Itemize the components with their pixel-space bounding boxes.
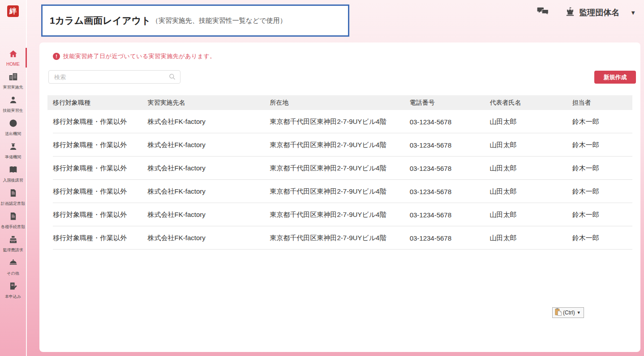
cell-representative: 山田太郎 — [485, 187, 567, 196]
table-row[interactable]: 移行対象職種・作業以外 株式会社FK-factory 東京都千代田区東神田2-7… — [47, 157, 632, 180]
column-header[interactable]: 実習実施先名 — [142, 99, 265, 107]
cell-phone: 03-1234-5678 — [404, 188, 485, 195]
cell-staff: 鈴木一郎 — [567, 164, 632, 173]
table-header-row: 移行対象職種 実習実施先名 所在地 電話番号 代表者氏名 担当者 — [47, 95, 632, 110]
table-row[interactable]: 移行対象職種・作業以外 株式会社FK-factory 東京都千代田区東神田2-7… — [47, 180, 632, 203]
sidebar-item-label: 各種手続書類 — [1, 224, 25, 230]
paste-ctrl-label: (Ctrl) — [563, 309, 575, 316]
sidebar-item-sonota[interactable]: その他 — [0, 256, 26, 278]
cell-representative: 山田太郎 — [485, 211, 567, 219]
sidebar-item-nyuukokugo-koushuu[interactable]: 入国後講習 — [0, 163, 26, 185]
cell-representative: 山田太郎 — [485, 234, 567, 242]
sidebar: 絆 HOME 実習実施先 技能実習生 — [0, 0, 27, 356]
cell-address: 東京都千代田区東神田2-7-9UYビル4階 — [265, 187, 404, 196]
sidebar-item-home[interactable]: HOME — [0, 47, 26, 69]
caret-down-icon: ▼ — [577, 310, 581, 315]
column-header[interactable]: 代表者氏名 — [485, 99, 567, 107]
cell-representative: 山田太郎 — [485, 164, 567, 173]
cell-address: 東京都千代田区東神田2-7-9UYビル4階 — [265, 118, 404, 126]
sidebar-item-label: 入国後講習 — [3, 178, 23, 183]
sidebar-item-soushutsu-kikan[interactable]: 送出機関 — [0, 116, 26, 139]
create-new-button[interactable]: 新規作成 — [594, 71, 636, 84]
sidebar-item-label: その他 — [7, 271, 19, 276]
cell-company: 株式会社FK-factory — [142, 164, 265, 173]
cell-company: 株式会社FK-factory — [142, 234, 265, 242]
sidebar-item-honmoushikomi[interactable]: 本申込み — [0, 279, 26, 301]
cell-phone: 03-1234-5678 — [404, 118, 485, 126]
paste-options-button[interactable]: (Ctrl) ▼ — [552, 307, 584, 318]
sidebar-item-label: 準備機関 — [5, 154, 21, 160]
cell-staff: 鈴木一郎 — [567, 187, 632, 196]
cell-company: 株式会社FK-factory — [142, 118, 265, 126]
cell-address: 東京都千代田区東神田2-7-9UYビル4階 — [265, 211, 404, 219]
column-header[interactable]: 所在地 — [265, 99, 404, 107]
sidebar-nav: HOME 実習実施先 技能実習生 送出機関 — [0, 47, 26, 302]
cell-staff: 鈴木一郎 — [567, 118, 632, 126]
sidebar-item-label: 本申込み — [5, 294, 21, 300]
sidebar-item-label: 監理費請求 — [3, 247, 23, 253]
cell-address: 東京都千代田区東神田2-7-9UYビル4階 — [265, 141, 404, 149]
clipboard-paste-icon — [554, 308, 562, 318]
document-icon — [9, 188, 18, 199]
sidebar-item-ginou-jisshusei[interactable]: 技能実習生 — [0, 93, 26, 115]
jisshisaki-table: 移行対象職種 実習実施先名 所在地 電話番号 代表者氏名 担当者 移行対象職種・… — [47, 95, 632, 250]
cell-representative: 山田太郎 — [485, 118, 567, 126]
search-icon[interactable] — [168, 72, 176, 83]
sidebar-item-kanrihi-seikyuu[interactable]: 監理費請求 — [0, 233, 26, 255]
cell-company: 株式会社FK-factory — [142, 187, 265, 196]
chat-bubbles-icon[interactable] — [536, 6, 550, 19]
cash-register-icon — [9, 235, 18, 246]
sidebar-item-label: 計画認定書類 — [1, 201, 25, 207]
cell-shokushu: 移行対象職種・作業以外 — [47, 118, 142, 126]
cell-address: 東京都千代田区東神田2-7-9UYビル4階 — [265, 234, 404, 242]
cell-shokushu: 移行対象職種・作業以外 — [47, 187, 142, 196]
cell-phone: 03-1234-5678 — [404, 141, 485, 149]
page-subtitle: （実習実施先、技能実習性一覧などで使用） — [152, 17, 287, 25]
table-row[interactable]: 移行対象職種・作業以外 株式会社FK-factory 東京都千代田区東神田2-7… — [47, 110, 632, 133]
cell-staff: 鈴木一郎 — [567, 234, 632, 242]
globe-icon — [9, 119, 18, 130]
cell-phone: 03-1234-5678 — [404, 211, 485, 219]
sidebar-item-keikaku-nintei-shorui[interactable]: 計画認定書類 — [0, 186, 26, 208]
buildings-icon — [9, 72, 18, 83]
column-header[interactable]: 担当者 — [567, 99, 632, 107]
sidebar-item-jisshu-jisshisaki[interactable]: 実習実施先 — [0, 70, 26, 92]
sidebar-item-label: 技能実習生 — [3, 108, 23, 114]
column-header[interactable]: 電話番号 — [404, 99, 485, 107]
page-title: 1カラム画面レイアウト — [50, 14, 151, 27]
person-icon — [9, 95, 18, 106]
app-screen: 絆 HOME 実習実施先 技能実習生 — [0, 0, 644, 356]
table-row[interactable]: 移行対象職種・作業以外 株式会社FK-factory 東京都千代田区東神田2-7… — [47, 203, 632, 226]
search-input[interactable] — [48, 70, 180, 84]
sidebar-item-label: 送出機関 — [5, 131, 21, 137]
table-row[interactable]: 移行対象職種・作業以外 株式会社FK-factory 東京都千代田区東神田2-7… — [47, 133, 632, 157]
sidebar-item-label: 実習実施先 — [3, 85, 23, 90]
cell-staff: 鈴木一郎 — [567, 211, 632, 219]
cell-shokushu: 移行対象職種・作業以外 — [47, 234, 142, 242]
app-logo[interactable]: 絆 — [7, 5, 19, 17]
cell-shokushu: 移行対象職種・作業以外 — [47, 164, 142, 173]
topbar-actions: 監理団体名 ▼ — [536, 4, 636, 21]
cloche-icon — [9, 258, 18, 269]
cell-staff: 鈴木一郎 — [567, 141, 632, 149]
column-header[interactable]: 移行対象職種 — [47, 99, 142, 107]
open-book-icon — [9, 165, 18, 176]
cell-representative: 山田太郎 — [485, 141, 567, 149]
page-title-box: 1カラム画面レイアウト （実習実施先、技能実習性一覧などで使用） — [41, 4, 349, 37]
cell-shokushu: 移行対象職種・作業以外 — [47, 141, 142, 149]
cell-shokushu: 移行対象職種・作業以外 — [47, 211, 142, 219]
contract-pen-icon — [9, 281, 18, 292]
cell-company: 株式会社FK-factory — [142, 211, 265, 219]
org-name-label[interactable]: 監理団体名 — [579, 7, 619, 18]
document-icon — [9, 212, 18, 223]
sidebar-item-label: HOME — [6, 62, 20, 67]
table-row[interactable]: 移行対象職種・作業以外 株式会社FK-factory 東京都千代田区東神田2-7… — [47, 226, 632, 250]
alert-message: 技能実習終了日が近づいている実習実施先があります。 — [63, 52, 216, 60]
sidebar-item-junbi-kikan[interactable]: 準備機関 — [0, 140, 26, 162]
organization-castle-icon[interactable] — [565, 6, 575, 19]
main-content-card: ! 技能実習終了日が近づいている実習実施先があります。 新規作成 移行対象職種 … — [39, 42, 640, 352]
cell-phone: 03-1234-5678 — [404, 234, 485, 242]
chevron-down-icon[interactable]: ▼ — [630, 9, 636, 16]
alert-exclamation-icon: ! — [53, 53, 60, 60]
sidebar-item-kakushu-tetsuduki-shorui[interactable]: 各種手続書類 — [0, 209, 26, 232]
